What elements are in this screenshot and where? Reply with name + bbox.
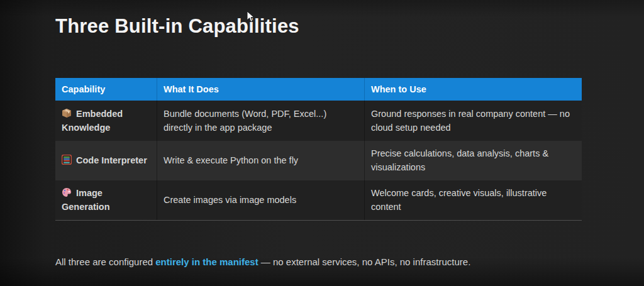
- footer-note: All three are configured entirely in the…: [55, 256, 470, 267]
- table-row-code-interpreter: Code Interpreter Write & execute Python …: [55, 141, 582, 180]
- page-title: Three Built-in Capabilities: [55, 15, 299, 38]
- table-row-image-generation: Image Generation Create images via image…: [55, 180, 582, 220]
- footer-highlight: entirely in the manifest: [155, 256, 258, 267]
- column-header-when-to-use: When to Use: [365, 78, 582, 101]
- what-it-does-cell: Create images via image models: [157, 180, 365, 220]
- when-to-use-cell: Precise calculations, data analysis, cha…: [365, 141, 582, 180]
- capability-cell: Image Generation: [55, 180, 157, 220]
- what-it-does-cell: Bundle documents (Word, PDF, Excel...) d…: [157, 101, 365, 141]
- palette-icon: [62, 187, 72, 197]
- capability-label: Code Interpreter: [76, 155, 147, 165]
- capabilities-table: Capability What It Does When to Use Embe…: [55, 78, 582, 221]
- capability-cell: Code Interpreter: [55, 141, 157, 180]
- what-it-does-cell: Write & execute Python on the fly: [157, 141, 365, 180]
- package-icon: [62, 108, 72, 118]
- when-to-use-cell: Ground responses in real company content…: [365, 101, 582, 141]
- table-header-row: Capability What It Does When to Use: [55, 78, 582, 101]
- mouse-cursor-icon: [247, 11, 255, 23]
- column-header-what-it-does: What It Does: [157, 78, 365, 101]
- slide-background: { "slide": { "title": "Three Built-in Ca…: [0, 0, 644, 286]
- column-header-capability: Capability: [55, 78, 157, 101]
- abacus-icon: [62, 155, 72, 165]
- footer-prefix: All three are configured: [55, 256, 155, 267]
- footer-suffix: — no external services, no APIs, no infr…: [258, 256, 471, 267]
- when-to-use-cell: Welcome cards, creative visuals, illustr…: [365, 180, 582, 220]
- capability-cell: Embedded Knowledge: [55, 101, 157, 141]
- table-row-embedded-knowledge: Embedded Knowledge Bundle documents (Wor…: [55, 101, 582, 141]
